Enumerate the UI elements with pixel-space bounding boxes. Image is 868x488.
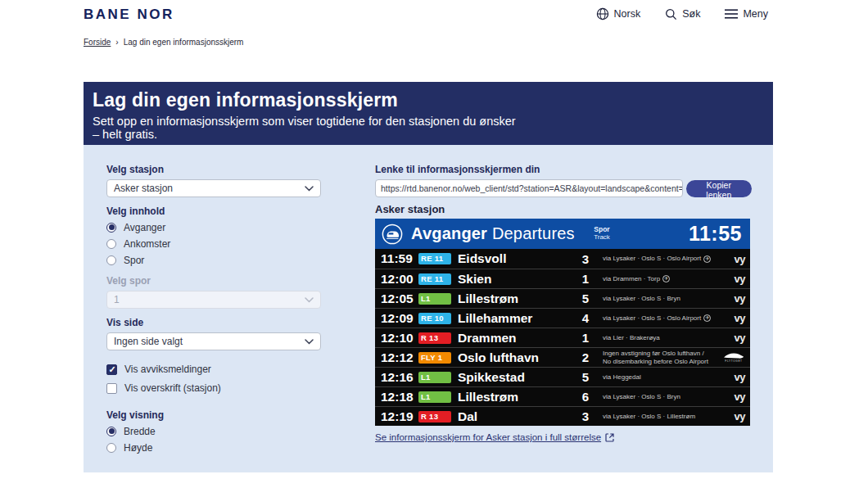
search-button[interactable]: Søk — [665, 8, 700, 20]
vy-logo: vy — [735, 371, 745, 383]
top-bar: BANE NOR Norsk Søk Meny — [0, 0, 868, 33]
destination-name: Eidsvoll — [456, 251, 575, 266]
language-label: Norsk — [614, 8, 641, 20]
banenor-logo: BANE NOR — [84, 7, 174, 23]
svg-text:FLYTOGET: FLYTOGET — [725, 359, 742, 363]
track-number: 1 — [575, 331, 596, 345]
checkbox-avviksmeldinger-label: Vis avviksmeldinger — [124, 364, 211, 375]
copy-link-button[interactable]: Kopier lenken — [686, 180, 752, 197]
via-line: via Lier · Brakerøya — [603, 334, 660, 341]
board-title-en: Departures — [492, 224, 575, 242]
menu-icon — [725, 9, 738, 19]
fullsize-screen-link[interactable]: Se informasjonsskjerm for Asker stasjon … — [375, 432, 614, 442]
chevron-down-icon — [305, 297, 314, 303]
via-text: via Lysaker · Oslo S · Oslo Airport✈ — [596, 255, 716, 262]
operator-cell: vy — [716, 292, 745, 305]
vy-logo: vy — [735, 292, 745, 305]
radio-hoyde[interactable]: Høyde — [106, 441, 321, 454]
top-nav: Norsk Søk Meny — [596, 7, 768, 20]
via-line: Ingen avstigning før Oslo lufthavn / — [603, 350, 704, 357]
vy-logo: vy — [735, 391, 745, 403]
line-badge: RE 11 — [418, 273, 451, 285]
board-rows: 11:59 RE 11 Eidsvoll 3 via Lysaker · Osl… — [375, 249, 750, 426]
via-text: via Heggedal — [596, 373, 716, 381]
destination-name: Dal — [456, 409, 575, 424]
destination-name: Lillestrøm — [456, 291, 575, 306]
radio-bredde[interactable]: Bredde — [106, 425, 321, 437]
via-line-2: No disembarking before Oslo Airport — [603, 358, 716, 365]
via-text: Ingen avstigning før Oslo lufthavn / No … — [596, 350, 716, 364]
radio-avganger-label: Avganger — [124, 222, 165, 233]
checkbox-icon — [106, 364, 117, 375]
line-badge: L1 — [418, 293, 451, 305]
operator-cell: vy — [716, 391, 745, 403]
chevron-down-icon — [305, 339, 314, 345]
checkbox-icon — [106, 383, 117, 394]
departure-board: Avganger Departures Spor Track 11:55 11:… — [375, 219, 750, 426]
destination-name: Oslo lufthavn — [456, 350, 575, 365]
departure-time: 12:19 — [381, 409, 418, 424]
track-number: 4 — [575, 311, 596, 325]
operator-cell: vy — [716, 273, 745, 285]
checkbox-avviksmeldinger[interactable]: Vis avviksmeldinger — [106, 364, 321, 375]
chevron-down-icon — [305, 186, 314, 192]
track-number: 2 — [575, 350, 596, 364]
operator-cell: vy — [716, 371, 745, 383]
preview-column: Lenke til informasjonsskjermen din https… — [375, 164, 752, 444]
destination-name: Spikkestad — [456, 370, 575, 385]
side-label: Vis side — [106, 317, 321, 328]
radio-ankomster-label: Ankomster — [124, 238, 170, 250]
radio-icon — [106, 255, 116, 265]
screen-url-input[interactable]: https://rtd.banenor.no/web_client/std?st… — [375, 179, 683, 197]
operator-cell: vy — [716, 332, 745, 344]
operator-cell: vy — [716, 312, 745, 324]
vy-logo: vy — [735, 410, 745, 422]
board-title: Avganger Departures — [411, 224, 575, 243]
page: BANE NOR Norsk Søk Meny Forside › Lag di… — [0, 0, 868, 488]
track-number: 3 — [575, 409, 596, 423]
departure-row: 12:09 RE 10 Lillehammer 4 via Lysaker · … — [375, 308, 750, 328]
view-label: Velg visning — [106, 409, 321, 421]
track-number: 5 — [575, 291, 596, 305]
radio-icon — [106, 239, 116, 249]
departure-time: 12:05 — [381, 291, 418, 306]
line-badge: L1 — [418, 372, 451, 383]
radio-hoyde-label: Høyde — [124, 442, 152, 454]
destination-name: Drammen — [456, 331, 575, 346]
vy-logo: vy — [735, 253, 745, 265]
departure-row: 12:00 RE 11 Skien 1 via Drammen · Torp✈ … — [375, 269, 750, 288]
train-icon — [382, 224, 403, 245]
departure-time: 12:00 — [381, 272, 418, 287]
vy-logo: vy — [735, 332, 745, 344]
radio-ankomster[interactable]: Ankomster — [106, 237, 321, 250]
departure-time: 12:12 — [381, 350, 418, 365]
menu-label: Meny — [743, 8, 768, 20]
radio-avganger[interactable]: Avganger — [106, 221, 321, 233]
radio-spor[interactable]: Spor — [106, 254, 321, 266]
breadcrumb: Forside › Lag din egen informasjonsskjer… — [84, 38, 243, 47]
search-icon — [665, 8, 677, 20]
departure-time: 11:59 — [381, 251, 418, 266]
checkbox-overskrift[interactable]: Vis overskrift (stasjon) — [106, 382, 321, 394]
breadcrumb-separator: › — [115, 38, 118, 47]
station-select[interactable]: Asker stasjon — [106, 179, 321, 197]
board-header: Avganger Departures Spor Track 11:55 — [375, 219, 750, 249]
via-line: via Lysaker · Oslo S · Lillestrøm — [603, 413, 695, 420]
via-text: via Lier · Brakerøya — [596, 334, 716, 341]
via-line: via Lysaker · Oslo S · Oslo Airport — [603, 314, 701, 322]
menu-button[interactable]: Meny — [725, 8, 768, 20]
breadcrumb-home-link[interactable]: Forside — [84, 38, 111, 47]
departure-row: 12:10 R 13 Drammen 1 via Lier · Brakerøy… — [375, 328, 750, 347]
globe-icon — [596, 7, 609, 20]
via-line: via Lysaker · Oslo S · Bryn — [603, 295, 680, 302]
side-select[interactable]: Ingen side valgt — [106, 332, 321, 350]
language-button[interactable]: Norsk — [596, 7, 641, 20]
track-label: Velg spor — [106, 275, 321, 287]
side-select-value: Ingen side valgt — [114, 336, 183, 347]
settings-form: Velg stasjon Asker stasjon Velg innhold … — [106, 164, 321, 458]
track-header-en: Track — [581, 234, 622, 242]
line-badge: R 13 — [418, 411, 451, 422]
destination-name: Lillestrøm — [456, 390, 575, 404]
departure-row: 12:05 L1 Lillestrøm 5 via Lysaker · Oslo… — [375, 288, 750, 308]
line-badge: L1 — [418, 391, 451, 403]
